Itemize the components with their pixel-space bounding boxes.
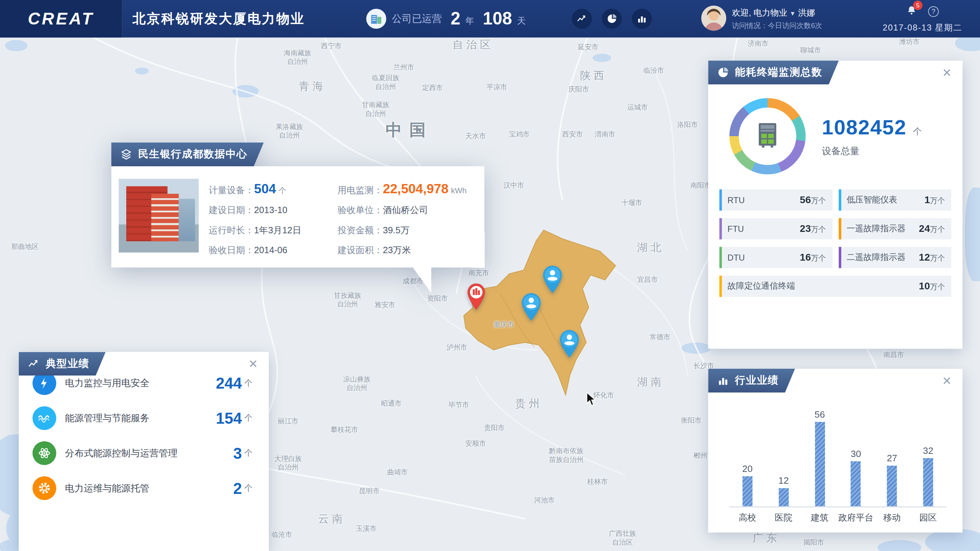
popup-stat: 验收单位：酒仙桥公司: [337, 204, 473, 216]
popup-stat: 投资金额：39.5万: [337, 225, 473, 236]
page-title: 北京科锐研发大厦电力物业: [133, 0, 305, 38]
help-icon[interactable]: ?: [928, 6, 939, 17]
operating-years: 2: [451, 9, 460, 29]
logo[interactable]: CREAT: [0, 0, 123, 38]
popup-stat: 建设日期：2013-10: [209, 204, 334, 216]
map-marker-person[interactable]: [557, 330, 581, 358]
bar-value: 56: [815, 409, 825, 419]
bar-group: 20: [732, 463, 763, 506]
map-label: 中国: [386, 120, 433, 140]
wave-icon: [33, 406, 56, 430]
map-marker-person[interactable]: [541, 265, 565, 294]
terminal-stat: 一遥故障指示器24万个: [838, 218, 951, 239]
map-label: 桂林市: [587, 478, 608, 486]
atom-icon: [33, 441, 56, 465]
date-display: 2017-08-13 星期二: [873, 22, 972, 34]
map-label: 定西市: [422, 84, 443, 92]
operating-days: 108: [483, 9, 512, 29]
map-label: 丽江市: [278, 417, 299, 425]
map-label: 甘孜藏族 自治州: [334, 291, 361, 309]
map-label: 黔南布依族 苗族自治州: [549, 447, 584, 464]
popup-title: 民生银行成都数据中心: [138, 148, 248, 161]
map-label: 宜昌市: [637, 276, 658, 284]
device-total-unit: 个: [913, 126, 922, 136]
operating-label: 公司已运营: [392, 12, 442, 25]
map-label: 攀枝花市: [331, 426, 358, 434]
bar: [743, 476, 752, 506]
map-marker-building[interactable]: [466, 283, 487, 311]
bar-category-label: 园区: [910, 512, 946, 524]
user-menu[interactable]: 欢迎, 电力物业 ▼ 洪娜 访问情况：今日访问次数6次: [701, 6, 822, 31]
building-photo: [119, 179, 199, 252]
performance-item-unit: 个: [244, 377, 253, 389]
map-label: 泸州市: [446, 343, 467, 352]
performance-item-value: 244: [216, 374, 242, 392]
performance-item-unit: 个: [244, 412, 253, 424]
map-label: 昭通市: [381, 400, 401, 408]
popup-stat: 计量设备：504个: [209, 181, 334, 196]
bar-category-label: 高校: [729, 512, 765, 524]
map-label: 济南市: [748, 39, 768, 48]
performance-item-label: 电力运维与能源托管: [65, 482, 233, 494]
tools-icon: [33, 476, 56, 500]
performance-item-label: 分布式能源控制与运营管理: [65, 447, 233, 459]
map-label: 玉溪市: [356, 524, 377, 533]
map-label: 广东: [752, 532, 780, 545]
bar-category-label: 医院: [765, 512, 802, 524]
bar-group: 32: [913, 445, 943, 506]
terminal-panel: 能耗终端监测总数 × 1082452 个 设备总量 RTU56万个低压智能仪表1…: [708, 61, 962, 349]
terminal-stats-grid: RTU56万个低压智能仪表1万个FTU23万个一遥故障指示器24万个DTU16万…: [719, 190, 951, 297]
terminal-stat-value: 10万个: [919, 280, 945, 292]
performance-item: 电力运维与能源托管2个: [33, 470, 253, 506]
map-label: 陕西: [580, 69, 608, 82]
bar: [779, 488, 789, 506]
map-label: 青海: [299, 80, 326, 93]
map-label: 南昌市: [884, 351, 904, 359]
notification-badge: 5: [913, 0, 922, 10]
bar-plot: 201256302732: [729, 409, 946, 508]
bar-value: 27: [887, 452, 897, 463]
map-label: 渭南市: [595, 130, 615, 139]
map-label: 天水市: [465, 132, 486, 140]
site-popup: 民生银行成都数据中心 计量设备：504个用电监测：22,504,978kWh建设…: [111, 143, 484, 268]
popup-stat: 运行时长：1年3月12日: [209, 225, 334, 236]
performance-item-unit: 个: [244, 447, 253, 459]
industry-panel-header: 行业业绩: [708, 369, 795, 392]
bar-value: 20: [742, 463, 752, 474]
device-cabinet-icon: [752, 120, 783, 153]
bar-category-label: 建筑: [802, 512, 838, 524]
trend-chart-button[interactable]: [572, 9, 592, 29]
map-marker-person[interactable]: [519, 293, 543, 321]
performance-item-value: 3: [233, 444, 242, 462]
industry-panel: 行业业绩 × 201256302732 高校医院建筑政府平台移动园区: [708, 369, 962, 533]
terminal-stat-value: 23万个: [800, 223, 826, 234]
bar-chart-button[interactable]: [632, 9, 652, 29]
performance-item-label: 电力监控与用电安全: [65, 377, 216, 389]
map-label: 昆明市: [359, 487, 380, 495]
pie-chart-button[interactable]: [602, 9, 622, 29]
terminal-stat: 二遥故障指示器12万个: [838, 247, 951, 268]
map-label: 贵州: [515, 397, 543, 410]
close-icon[interactable]: ×: [939, 373, 955, 389]
close-icon[interactable]: ×: [245, 356, 261, 372]
terminal-stat-label: 二遥故障指示器: [847, 252, 906, 263]
mouse-cursor: [586, 392, 598, 409]
industry-panel-title: 行业业绩: [735, 374, 779, 387]
terminal-stat-label: 故障定位通信终端: [727, 280, 795, 292]
performance-item-unit: 个: [244, 483, 253, 494]
terminal-stat-value: 12万个: [919, 252, 945, 263]
terminal-stat-label: RTU: [727, 195, 745, 205]
map-label: 贵阳市: [484, 424, 504, 432]
terminal-panel-title: 能耗终端监测总数: [735, 65, 822, 80]
map-label: 汉中市: [503, 181, 524, 190]
performance-panel: 典型业绩 × 电力监控与用电安全244个能源管理与节能服务154个分布式能源控制…: [19, 352, 269, 551]
map-label: 毕节市: [449, 401, 469, 409]
performance-panel-header: 典型业绩: [19, 352, 106, 376]
visit-info: 访问情况：今日访问次数6次: [732, 21, 822, 30]
map-label: 安顺市: [465, 439, 486, 448]
map-label: 运城市: [627, 103, 648, 112]
performance-item: 能源管理与节能服务154个: [33, 401, 253, 436]
close-icon[interactable]: ×: [939, 65, 955, 81]
notification-bell[interactable]: 5: [906, 5, 917, 18]
bar-group: 56: [805, 409, 835, 506]
